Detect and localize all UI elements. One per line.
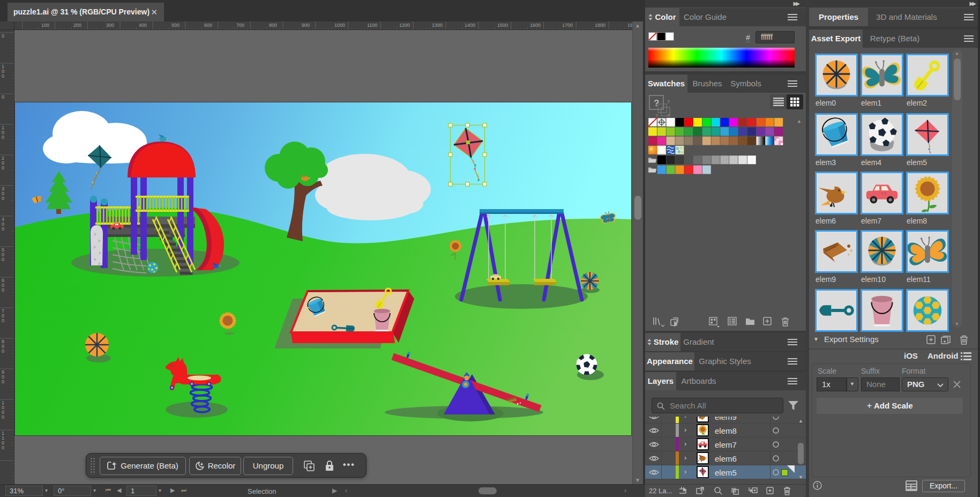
svg-text:?: ? <box>654 98 659 108</box>
svg-text:?: ? <box>667 99 670 105</box>
